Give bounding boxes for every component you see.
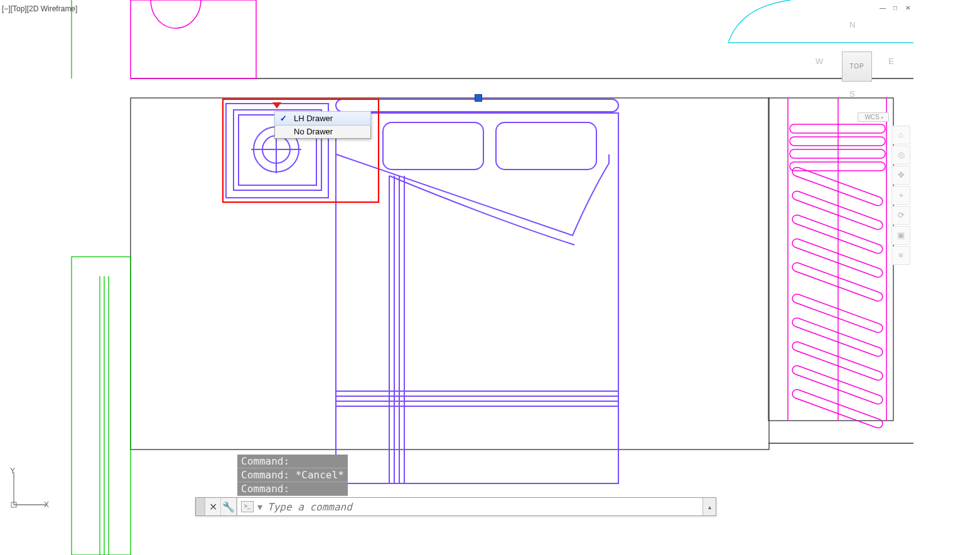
navbar-zoom-button[interactable]: ＋ — [891, 186, 910, 205]
ucs-y-label: Y — [10, 467, 15, 475]
navbar-home-button[interactable]: ⌂ — [891, 126, 910, 144]
svg-rect-23 — [791, 293, 884, 333]
ucs-x-label: X — [44, 500, 49, 509]
viewcube-w[interactable]: W — [816, 57, 823, 66]
viewcube-top-face[interactable]: TOP — [842, 51, 872, 82]
svg-rect-18 — [791, 166, 884, 207]
command-input[interactable] — [266, 500, 699, 514]
svg-rect-31 — [496, 122, 596, 170]
wcs-dropdown[interactable]: WCS — [858, 112, 889, 122]
svg-rect-15 — [790, 137, 885, 146]
command-customize-button[interactable]: 🔧 — [221, 498, 237, 515]
visibility-state-menu: LH Drawer No Drawer — [274, 111, 371, 139]
svg-rect-16 — [790, 149, 885, 158]
svg-rect-9 — [131, 0, 256, 78]
command-prompt-icon: >_ — [241, 501, 254, 512]
svg-rect-0 — [768, 98, 893, 421]
viewcube[interactable]: N E S W TOP — [810, 20, 898, 108]
svg-rect-27 — [791, 388, 884, 429]
viewcube-e[interactable]: E — [888, 57, 894, 66]
menu-item-lh-drawer[interactable]: LH Drawer — [274, 111, 371, 126]
cmd-history-line: Command: — [237, 482, 348, 496]
svg-rect-30 — [383, 122, 483, 170]
viewcube-s[interactable]: S — [849, 89, 855, 99]
navbar-orbit-button[interactable]: ⟳ — [891, 206, 910, 225]
navbar-showmotion-button[interactable]: ▣ — [891, 226, 910, 245]
svg-rect-24 — [791, 316, 884, 357]
menu-item-no-drawer[interactable]: No Drawer — [275, 125, 370, 138]
navigation-bar: ⌂ ◎ ✥ ＋ ⟳ ▣ ≡ — [891, 126, 909, 265]
visibility-grip-icon[interactable] — [272, 102, 281, 109]
svg-rect-14 — [790, 124, 885, 133]
svg-rect-22 — [791, 261, 884, 302]
svg-rect-19 — [791, 190, 884, 230]
navbar-menu-button[interactable]: ≡ — [891, 246, 910, 265]
navbar-steeringwheel-button[interactable]: ◎ — [891, 146, 910, 164]
svg-rect-4 — [72, 257, 131, 555]
cmd-history-line: Command: *Cancel* — [237, 468, 348, 482]
cmd-history-line: Command: — [237, 455, 348, 468]
viewport-controls[interactable]: [−] [Top] [2D Wireframe] — [2, 4, 77, 13]
navbar-pan-button[interactable]: ✥ — [891, 166, 910, 185]
svg-rect-26 — [791, 364, 884, 405]
svg-rect-25 — [791, 340, 884, 381]
vp-minimize-button[interactable]: — — [878, 4, 887, 13]
command-bar: ✕ 🔧 >_ ▾ ▴ — [195, 497, 716, 516]
svg-rect-20 — [791, 213, 884, 254]
insertion-grip-icon[interactable] — [475, 94, 482, 102]
vp-style[interactable]: [2D Wireframe] — [27, 4, 78, 13]
vp-restore-button[interactable]: □ — [891, 4, 900, 13]
vp-menu[interactable]: [−] — [2, 4, 11, 13]
command-history: Command: Command: *Cancel* Command: — [237, 455, 348, 496]
command-bar-drag-handle[interactable] — [196, 498, 205, 515]
viewcube-n[interactable]: N — [849, 20, 855, 30]
ucs-icon: X Y — [8, 467, 51, 511]
svg-rect-21 — [791, 237, 884, 278]
command-close-button[interactable]: ✕ — [205, 498, 221, 515]
command-recent-button[interactable]: ▴ — [703, 498, 716, 515]
viewport-window-buttons: — □ ✕ — [878, 4, 912, 13]
vp-view[interactable]: [Top] — [11, 4, 27, 13]
vp-close-button[interactable]: ✕ — [903, 4, 912, 13]
